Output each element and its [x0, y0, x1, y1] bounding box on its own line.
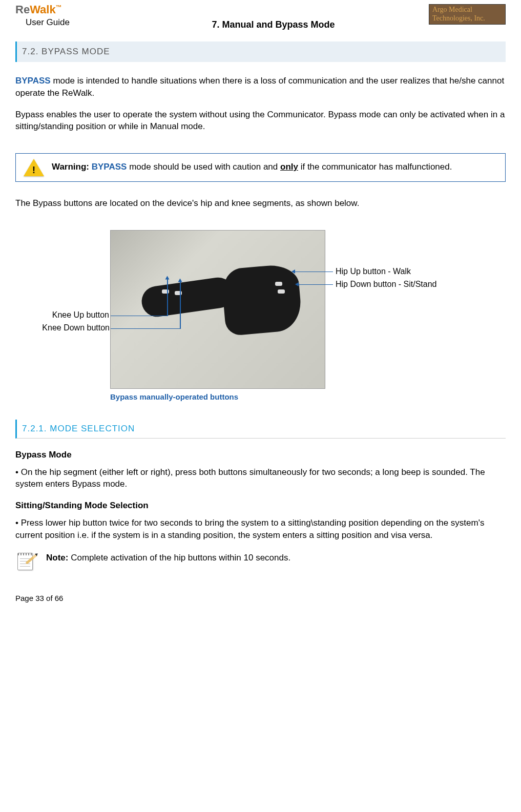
bypass-keyword: BYPASS [15, 76, 51, 86]
warning-text: Warning: BYPASS mode should be used with… [52, 154, 505, 181]
hip-button-dot-1 [275, 282, 282, 286]
logo-text-walk: Walk [30, 3, 56, 16]
company-line2: Technologies, Inc. [432, 14, 502, 23]
line-knee-down-h [111, 328, 180, 329]
company-line1: Argo Medical [432, 6, 502, 14]
hip-button-dot-2 [278, 289, 285, 294]
figure-area: Knee Up button Knee Down button Hip Up b… [15, 230, 506, 404]
note-icon [15, 552, 36, 572]
chapter-title: 7. Manual and Bypass Mode [118, 4, 429, 31]
logo-tm: ™ [56, 4, 62, 11]
company-badge: Argo Medical Technologies, Inc. [429, 4, 506, 25]
line-knee-up-v [167, 279, 168, 316]
bypass-mode-text: • On the hip segment (either left or rig… [15, 466, 506, 491]
arrow-hip-down [295, 282, 299, 286]
knee-button-dot-2 [175, 291, 182, 295]
paragraph-3: The Bypass buttons are located on the de… [15, 197, 506, 210]
warning-only: only [280, 162, 298, 172]
callout-knee-down: Knee Down button [33, 322, 110, 334]
user-guide-label: User Guide [26, 16, 118, 29]
knee-segment [140, 276, 236, 319]
arrow-knee-down [178, 278, 182, 282]
warning-box: Warning: BYPASS mode should be used with… [15, 153, 506, 182]
note-label: Note: [46, 553, 71, 563]
paragraph-2: Bypass enables the user to operate the s… [15, 109, 506, 133]
header-left: ReWalk™ User Guide [15, 4, 118, 29]
device-body [131, 251, 305, 353]
sitstand-subhead: Sitting/Standing Mode Selection [15, 499, 506, 512]
rewalk-logo: ReWalk™ [15, 4, 118, 15]
warning-mid: mode should be used with caution and [127, 162, 280, 172]
line-knee-up-h [111, 316, 167, 317]
para1-rest: mode is intended to handle situations wh… [15, 76, 504, 98]
callout-hip-up: Hip Up button - Walk [336, 266, 411, 277]
arrow-knee-up [165, 276, 170, 279]
note-body: Complete activation of the hip buttons w… [71, 553, 290, 563]
line-knee-down-v [180, 281, 181, 329]
arrow-hip-up [291, 269, 295, 274]
line-hip-down [298, 284, 333, 285]
warning-end: if the communicator has malfunctioned. [298, 162, 452, 172]
warning-icon [24, 159, 44, 176]
logo-text-re: Re [15, 3, 30, 16]
warning-bypass: BYPASS [92, 162, 127, 172]
callout-hip-down: Hip Down button - Sit/Stand [336, 279, 436, 290]
warning-label: Warning: [52, 162, 92, 172]
callout-knee-up: Knee Up button [40, 309, 109, 321]
section-7-2-1-heading: 7.2.1. MODE SELECTION [15, 420, 506, 439]
page-header: ReWalk™ User Guide 7. Manual and Bypass … [15, 0, 506, 31]
figure-caption: Bypass manually-operated buttons [110, 391, 238, 402]
section-7-2-heading: 7.2. BYPASS MODE [15, 41, 506, 62]
note-text: Note: Complete activation of the hip but… [46, 552, 290, 564]
hip-segment [221, 263, 303, 337]
knee-button-dot-1 [162, 289, 169, 294]
note-row: Note: Complete activation of the hip but… [15, 552, 506, 572]
page-footer: Page 33 of 66 [15, 593, 506, 603]
company-box: Argo Medical Technologies, Inc. [429, 4, 506, 25]
sitstand-text: • Press lower hip button twice for two s… [15, 517, 506, 542]
bypass-mode-subhead: Bypass Mode [15, 449, 506, 461]
warning-icon-cell [16, 154, 52, 181]
paragraph-1: BYPASS mode is intended to handle situat… [15, 75, 506, 99]
line-hip-up [295, 272, 333, 273]
device-photo [110, 230, 325, 389]
